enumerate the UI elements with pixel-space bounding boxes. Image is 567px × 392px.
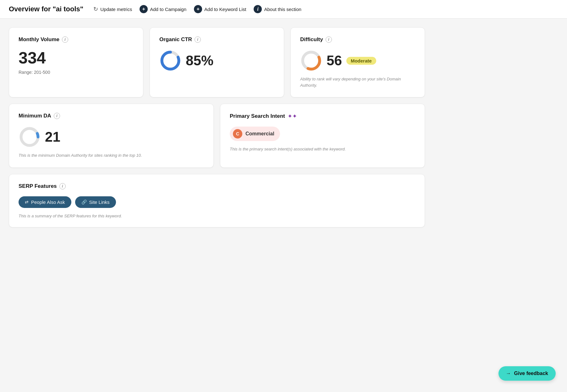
add-campaign-button[interactable]: + Add to Campaign [140,5,186,13]
organic-ctr-info-icon[interactable]: i [195,36,201,43]
svg-point-4 [21,128,38,145]
difficulty-info-icon[interactable]: i [326,36,332,43]
update-metrics-label: Update metrics [100,7,132,12]
site-links-label: Site Links [89,199,110,205]
serp-tag-people-also-ask[interactable]: ⇄ People Also Ask [19,196,71,208]
difficulty-title: Difficulty [300,36,323,43]
difficulty-note: Ability to rank will vary depending on y… [300,76,415,88]
serp-features-title: SERP Features [19,183,57,189]
difficulty-value: 56 [327,53,342,68]
difficulty-donut-chart [300,50,322,72]
people-also-ask-label: People Also Ask [31,199,65,205]
organic-ctr-header: Organic CTR i [159,36,274,43]
serp-tag-site-links[interactable]: 🔗 Site Links [75,196,116,208]
minimum-da-title: Minimum DA [19,113,51,119]
monthly-volume-title: Monthly Volume [19,36,59,43]
da-value: 21 [45,129,60,145]
da-donut-chart [19,126,41,148]
header-actions: ↻ Update metrics + Add to Campaign + Add… [93,5,301,13]
about-section-label: About this section [264,7,301,12]
add-campaign-label: Add to Campaign [150,7,186,12]
info-icon-header: i [254,5,262,13]
intent-badge: C Commercial [230,127,280,141]
primary-search-intent-card: Primary Search Intent ✦✦ C Commercial Th… [220,104,425,168]
intent-badge-label: Commercial [245,131,274,137]
minimum-da-header: Minimum DA i [19,113,204,119]
plus-icon-2: + [194,5,202,13]
difficulty-content: 56 Moderate [300,50,415,72]
difficulty-card: Difficulty i 56 Moderate Ability to rank… [290,27,425,97]
da-note: This is the minimum Domain Authority for… [19,152,204,159]
main-content: Monthly Volume i 334 Range: 201-500 Orga… [0,19,434,253]
intent-badge-icon: C [233,129,242,139]
page-title: Overview for "ai tools" [9,5,83,13]
difficulty-header: Difficulty i [300,36,415,43]
intent-title: Primary Search Intent [230,113,285,119]
serp-features-info-icon[interactable]: i [59,183,66,189]
plus-icon: + [140,5,148,13]
page-header: Overview for "ai tools" ↻ Update metrics… [0,0,567,19]
cards-row-1: Monthly Volume i 334 Range: 201-500 Orga… [9,27,425,97]
serp-features-card: SERP Features i ⇄ People Also Ask 🔗 Site… [9,174,425,227]
about-section-button[interactable]: i About this section [254,5,301,13]
cards-row-2: Minimum DA i 21 This is the minimum Doma… [9,104,425,168]
da-content: 21 [19,126,204,148]
refresh-icon: ↻ [93,6,98,13]
monthly-volume-range: Range: 201-500 [19,70,134,75]
monthly-volume-value: 334 [19,50,134,66]
minimum-da-info-icon[interactable]: i [54,113,60,119]
people-also-ask-icon: ⇄ [25,199,29,204]
minimum-da-card: Minimum DA i 21 This is the minimum Doma… [9,104,214,168]
serp-features-header: SERP Features i [19,183,415,189]
sparkle-icon: ✦✦ [288,113,297,120]
organic-ctr-card: Organic CTR i 85% [150,27,284,97]
ctr-donut-chart [159,50,181,72]
cards-row-3: SERP Features i ⇄ People Also Ask 🔗 Site… [9,174,425,227]
intent-note: This is the primary search intent(s) ass… [230,147,415,151]
organic-ctr-content: 85% [159,50,274,72]
add-keyword-list-button[interactable]: + Add to Keyword List [194,5,246,13]
update-metrics-button[interactable]: ↻ Update metrics [93,6,132,13]
serp-tags: ⇄ People Also Ask 🔗 Site Links [19,196,415,208]
difficulty-badge: Moderate [346,57,376,65]
add-keyword-list-label: Add to Keyword List [204,7,246,12]
monthly-volume-header: Monthly Volume i [19,36,134,43]
ctr-value: 85% [186,53,213,68]
monthly-volume-info-icon[interactable]: i [62,36,68,43]
serp-note: This is a summary of the SERP features f… [19,214,415,218]
site-links-icon: 🔗 [81,199,87,204]
organic-ctr-title: Organic CTR [159,36,192,43]
intent-header-row: Primary Search Intent ✦✦ [230,113,415,120]
monthly-volume-card: Monthly Volume i 334 Range: 201-500 [9,27,143,97]
